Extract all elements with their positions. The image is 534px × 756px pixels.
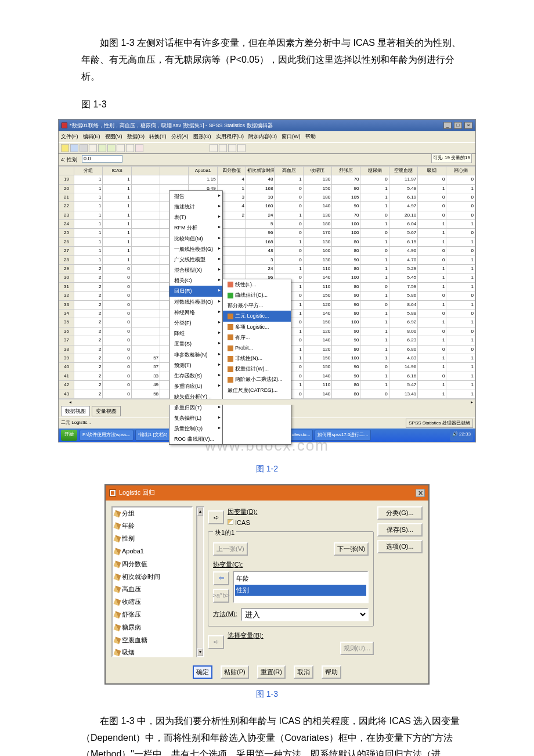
cell-name: 4: 性别 [61, 155, 77, 164]
menu-item[interactable]: 编辑(E) [83, 132, 100, 141]
scroll-down-button[interactable]: ▾ [197, 648, 203, 656]
scale-icon [228, 519, 233, 525]
goto-icon[interactable] [117, 144, 125, 152]
side-button[interactable]: 分类(G)... [377, 506, 423, 520]
menu-item[interactable]: 帮助 [305, 132, 316, 141]
titlebar: *数据01联络，性别，高血压，糖尿病，吸烟.sav [数据集1] - SPSS … [59, 120, 475, 131]
source-variable-list[interactable]: 分组年龄性别Apoba1四分数值初次就诊时间高血压收缩压舒张压糖尿病空腹血糖吸烟… [111, 506, 193, 657]
close-button[interactable]: × [464, 122, 472, 129]
dialog-icon [109, 489, 116, 496]
move-to-selection-button[interactable]: ➪ [208, 635, 224, 649]
variable-item[interactable]: 收缩压 [113, 596, 192, 609]
menu-item[interactable]: 实用程序(U) [216, 132, 244, 141]
save-icon[interactable] [70, 144, 78, 152]
variable-item[interactable]: 初次就诊时间 [113, 571, 192, 584]
data-view-tab[interactable]: 数据视图 [61, 406, 90, 416]
method-select[interactable]: 进入 [241, 608, 369, 621]
redo-icon[interactable] [107, 144, 116, 152]
taskbar-task[interactable]: *输出1 [文档1] - SPSS S... [135, 430, 195, 440]
cancel-button[interactable]: 取消 [294, 665, 313, 679]
side-button[interactable]: 保存(S)... [377, 523, 423, 537]
taskbar-task[interactable]: 如何用spss17.0进行二... [315, 430, 371, 440]
covariate-item[interactable]: 年龄 [235, 573, 366, 585]
maximize-button[interactable]: □ [454, 122, 462, 129]
next-block-button[interactable]: 下一张(N) [334, 542, 369, 556]
weight-icon[interactable] [219, 144, 227, 152]
vars-icon[interactable] [126, 144, 134, 152]
scale-icon [114, 586, 121, 593]
status-left: 二元 Logistic... [61, 419, 91, 428]
figure-label-1-3-top: 图 1-3 [81, 96, 511, 113]
open-icon[interactable] [61, 144, 69, 152]
taskbar-task[interactable]: F:\软件使用方法\spss... [80, 430, 134, 440]
variable-item[interactable]: 舒张压 [113, 609, 192, 621]
move-to-covariates-button[interactable]: ⇦ [213, 571, 229, 585]
tray-icons: 🔊 [452, 431, 459, 437]
ok-button[interactable]: 确定 [193, 665, 212, 679]
menu-item[interactable]: 数据(D) [127, 132, 145, 141]
paste-button[interactable]: 粘贴(P) [221, 665, 249, 679]
explain-paragraph: 在图 1-3 中，因为我们要分析性别和年龄与 ICAS 的相关程度，因此将 IC… [81, 713, 464, 756]
menubar[interactable]: 文件(F)编辑(E)视图(V)数据(D)转换(T)分析(A)图形(G)实用程序(… [59, 131, 475, 142]
undo-icon[interactable] [98, 144, 106, 152]
menu-item[interactable]: 窗口(W) [282, 132, 301, 141]
toolbar [59, 142, 475, 154]
menu-item[interactable]: 图形(G) [193, 132, 211, 141]
caption-1-2: 图 1-2 [23, 462, 511, 476]
print-icon[interactable] [80, 144, 88, 152]
data-grid[interactable]: 分组ICASApoba1四分数值初次就诊时间高血压收缩压舒张压糖尿病空腹血糖吸烟… [59, 166, 475, 399]
varlist-scrollbar[interactable]: ▴ ▾ [196, 506, 204, 657]
windows-taskbar[interactable]: 开始 F:\软件使用方法\spss...*输出1 [文档1] - SPSS S.… [59, 429, 475, 441]
select-cases-icon[interactable] [210, 144, 218, 152]
block-label: 块1的1 [213, 527, 236, 539]
side-button[interactable]: 选项(O)... [377, 540, 423, 553]
interaction-button[interactable]: >a*b> [213, 589, 229, 603]
variable-item[interactable]: 糖尿病 [113, 621, 192, 634]
cell-editor-row: 4: 性别 [59, 154, 475, 166]
scale-icon [114, 649, 121, 657]
cell-value-input[interactable] [82, 155, 122, 163]
dependent-box[interactable]: ICAS [228, 517, 374, 529]
scroll-up-button[interactable]: ▴ [197, 507, 203, 516]
use-sets-icon[interactable] [237, 144, 246, 152]
dependent-label: 因变量(D): [228, 506, 374, 518]
variable-item[interactable]: 四分数值 [113, 558, 192, 571]
variable-item[interactable]: 吸烟 [113, 646, 192, 657]
caption-1-3: 图 1-3 [23, 687, 511, 701]
scale-icon [114, 535, 121, 543]
variable-item[interactable]: 分组 [113, 507, 192, 520]
menu-item[interactable]: 文件(F) [61, 132, 78, 141]
variable-item[interactable]: Apoba1 [113, 545, 192, 558]
system-tray[interactable]: 🔊 22:33 [450, 430, 473, 440]
variable-item[interactable]: 性别 [113, 532, 192, 545]
menu-item[interactable]: 附加内容(O) [248, 132, 277, 141]
menu-item[interactable]: 转换(T) [149, 132, 167, 141]
scale-icon [114, 611, 121, 619]
covariates-label: 协变量(C): [213, 559, 369, 571]
variable-view-tab[interactable]: 变量视图 [92, 406, 121, 416]
variable-item[interactable]: 年龄 [113, 520, 192, 532]
minimize-button[interactable]: _ [443, 122, 452, 129]
scale-icon [114, 510, 121, 517]
start-button[interactable]: 开始 [61, 430, 77, 440]
variable-item[interactable]: 高血压 [113, 583, 192, 596]
dialog-title: Logistic 回归 [119, 487, 155, 499]
move-to-dependent-button[interactable]: ➪ [208, 510, 224, 524]
dialog-close-button[interactable]: ✕ [416, 489, 425, 497]
scale-icon [114, 599, 121, 606]
reset-button[interactable]: 重置(R) [257, 665, 286, 679]
find-icon[interactable] [135, 144, 143, 152]
rule-button[interactable]: 规则(U)... [340, 642, 374, 655]
variable-item[interactable]: 空腹血糖 [113, 634, 192, 647]
previous-block-button[interactable]: 上一张(V) [213, 542, 248, 556]
menu-item[interactable]: 分析(A) [171, 132, 189, 141]
view-tabs[interactable]: 数据视图 变量视图 [59, 405, 475, 417]
help-button[interactable]: 帮助 [322, 665, 341, 679]
taskbar-task[interactable]: Adobe Acrobat Professio... [252, 430, 313, 440]
value-labels-icon[interactable] [228, 144, 236, 152]
menu-item[interactable]: 视图(V) [105, 132, 122, 141]
recall-icon[interactable] [89, 144, 97, 152]
covariate-item[interactable]: 性别 [235, 585, 366, 596]
taskbar-task[interactable]: *数据01联络，性别，... [197, 430, 251, 440]
covariates-box[interactable]: 年龄性别 [233, 571, 369, 603]
